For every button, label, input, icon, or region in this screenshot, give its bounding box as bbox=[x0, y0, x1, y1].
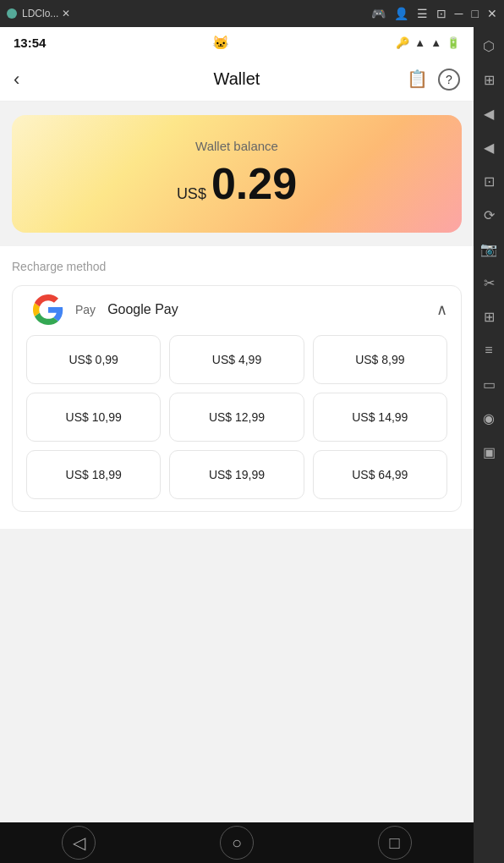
toolbar-icon-list[interactable]: ≡ bbox=[479, 340, 499, 360]
price-option-3[interactable]: US$ 10,99 bbox=[26, 393, 161, 442]
user-icon[interactable]: 👤 bbox=[394, 7, 408, 20]
price-grid: US$ 0,99 US$ 4,99 US$ 8,99 US$ 10,99 US$… bbox=[26, 335, 447, 499]
gpay-logo-area: Pay Google Pay bbox=[26, 298, 178, 322]
price-option-6[interactable]: US$ 18,99 bbox=[26, 450, 161, 499]
emulator-tab-dot bbox=[7, 8, 17, 19]
back-button[interactable]: ‹ bbox=[14, 69, 19, 91]
gpay-chevron[interactable]: ∧ bbox=[436, 300, 447, 319]
price-option-4[interactable]: US$ 12,99 bbox=[169, 393, 304, 442]
toolbar-icon-vol-up[interactable]: ◀ bbox=[479, 103, 499, 124]
toolbar-icon-windows[interactable]: ⊞ bbox=[479, 306, 499, 327]
key-icon: 🔑 bbox=[396, 36, 409, 49]
recents-nav-button[interactable]: □ bbox=[378, 826, 412, 860]
toolbar-icon-scissors[interactable]: ✂ bbox=[479, 272, 499, 293]
emulator-tab-close[interactable]: ✕ bbox=[62, 8, 70, 19]
price-option-7[interactable]: US$ 19,99 bbox=[169, 450, 304, 499]
bottom-nav: ◁ ○ □ bbox=[0, 822, 474, 863]
expand-icon[interactable]: ⊡ bbox=[436, 7, 446, 20]
cat-icon: 🐱 bbox=[212, 35, 229, 51]
toolbar-icon-copy[interactable]: ▣ bbox=[479, 442, 499, 462]
emulator-tab-label: LDClo... bbox=[22, 8, 58, 19]
menu-icon[interactable]: ☰ bbox=[417, 7, 428, 20]
emulator-top-icons: 🎮 👤 ☰ ⊡ ─ □ ✕ bbox=[371, 7, 497, 20]
currency-label: US$ bbox=[177, 185, 206, 203]
gpay-logo bbox=[26, 298, 70, 322]
time-display: 13:54 bbox=[14, 36, 46, 50]
gamepad-icon[interactable]: 🎮 bbox=[371, 7, 386, 20]
price-option-0[interactable]: US$ 0,99 bbox=[26, 335, 161, 384]
toolbar-icon-vol-down[interactable]: ◀ bbox=[479, 137, 499, 157]
history-icon[interactable]: 📋 bbox=[407, 69, 428, 91]
minimize-icon[interactable]: ─ bbox=[455, 7, 463, 20]
signal-icon: ▲ bbox=[430, 36, 441, 49]
gpay-label: Google Pay bbox=[107, 302, 178, 317]
status-icons: 🔑 ▲ ▲ 🔋 bbox=[396, 36, 460, 49]
wallet-balance-card: Wallet balance US$ 0.29 bbox=[12, 115, 462, 233]
amount-value: 0.29 bbox=[211, 162, 297, 206]
page-title: Wallet bbox=[214, 69, 260, 89]
toolbar-icon-rotate[interactable]: ⟳ bbox=[479, 205, 499, 225]
status-bar: 13:54 🐱 🔑 ▲ ▲ 🔋 bbox=[0, 27, 474, 58]
toolbar-icon-phone[interactable]: ▭ bbox=[479, 374, 499, 394]
recharge-section: Recharge method bbox=[0, 246, 474, 529]
nav-right-icons: 📋 ? bbox=[407, 69, 460, 91]
price-option-8[interactable]: US$ 64,99 bbox=[313, 450, 447, 499]
recharge-method-label: Recharge method bbox=[12, 260, 462, 273]
toolbar-icon-expand[interactable]: ⊡ bbox=[479, 171, 499, 191]
nav-bar: ‹ Wallet 📋 ? bbox=[0, 58, 474, 102]
toolbar-icon-location[interactable]: ◉ bbox=[479, 408, 499, 428]
price-option-1[interactable]: US$ 4,99 bbox=[169, 335, 304, 384]
price-option-2[interactable]: US$ 8,99 bbox=[313, 335, 447, 384]
right-toolbar: ⬡ ⊞ ◀ ◀ ⊡ ⟳ 📷 ✂ ⊞ ≡ ▭ ◉ ▣ bbox=[474, 27, 504, 863]
gpay-section: Pay Google Pay ∧ US$ 0,99 US$ 4,99 US$ 8… bbox=[12, 285, 462, 512]
battery-icon: 🔋 bbox=[446, 36, 460, 49]
toolbar-icon-hexagon[interactable]: ⬡ bbox=[479, 36, 499, 56]
emulator-top-bar: LDClo... ✕ 🎮 👤 ☰ ⊡ ─ □ ✕ bbox=[0, 0, 504, 27]
balance-label: Wallet balance bbox=[29, 139, 445, 153]
window-close-icon[interactable]: ✕ bbox=[487, 7, 497, 20]
price-option-5[interactable]: US$ 14,99 bbox=[313, 393, 447, 442]
gpay-header: Pay Google Pay ∧ bbox=[26, 298, 447, 322]
toolbar-icon-grid[interactable]: ⊞ bbox=[479, 69, 499, 90]
content-area: Wallet balance US$ 0.29 Recharge method bbox=[0, 102, 474, 822]
home-nav-button[interactable]: ○ bbox=[220, 826, 254, 860]
wifi-icon: ▲ bbox=[414, 36, 425, 49]
help-icon[interactable]: ? bbox=[438, 69, 460, 91]
balance-amount: US$ 0.29 bbox=[29, 162, 445, 206]
toolbar-icon-snap[interactable]: 📷 bbox=[479, 239, 499, 259]
back-nav-button[interactable]: ◁ bbox=[62, 826, 96, 860]
maximize-icon[interactable]: □ bbox=[472, 7, 479, 20]
phone-area: 13:54 🐱 🔑 ▲ ▲ 🔋 ‹ Wallet 📋 ? Wallet bala… bbox=[0, 27, 474, 863]
